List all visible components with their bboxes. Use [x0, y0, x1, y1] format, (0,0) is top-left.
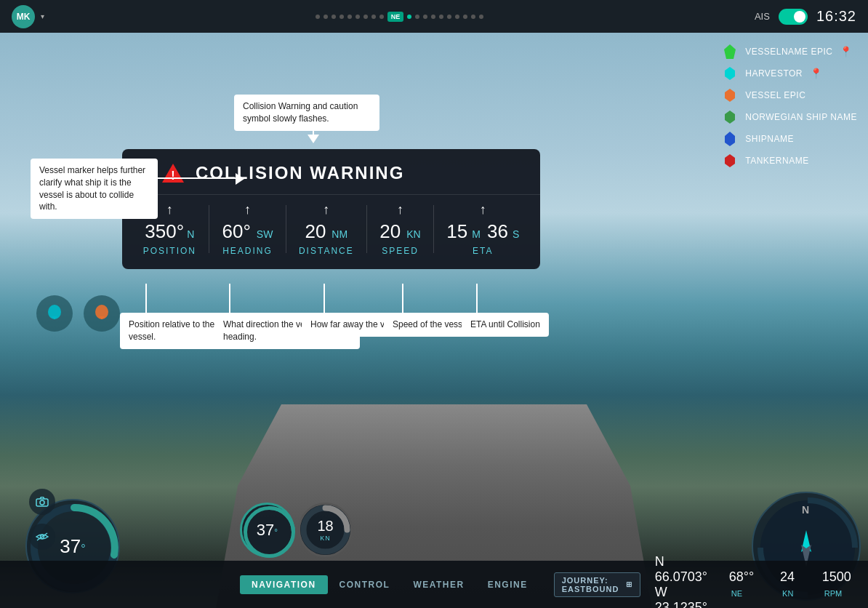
speed-value: 20 KN — [379, 220, 420, 243]
speed-data-unit: KN — [782, 589, 793, 598]
compass-heading-display: 37° — [60, 535, 85, 558]
dot-5 — [347, 15, 352, 19]
eta-annotation-line — [476, 284, 478, 313]
vessel-item-vessel-epic[interactable]: VESSEL EPIC — [722, 87, 857, 103]
stat-divider-3 — [366, 205, 367, 253]
speed-arrow-icon: ↑ — [397, 202, 403, 217]
tooltip-eta: ETA until Collision — [462, 313, 549, 337]
vessel-icon-green2 — [722, 109, 738, 125]
nav-dots: NE — [316, 12, 484, 22]
journey-expand-icon: ⊞ — [626, 580, 632, 588]
visibility-icon[interactable] — [29, 524, 55, 550]
camera-icon[interactable] — [29, 489, 55, 515]
bottom-navigation-bar: 37° NAVIGATION CONTROL WEATHER ENGINE JO… — [0, 561, 868, 608]
dot-8 — [371, 15, 376, 19]
gyro-value: 37 — [257, 521, 274, 539]
ne-badge: NE — [387, 12, 404, 22]
arrow-head-vessel-marker — [236, 173, 244, 185]
vessel-icon-blue — [722, 131, 738, 147]
eta-arrow-icon: ↑ — [480, 202, 486, 217]
svg-marker-1 — [725, 67, 735, 80]
heading-dir-value: NE — [731, 589, 742, 598]
svg-text:!: ! — [171, 169, 174, 182]
dot-12 — [423, 15, 427, 19]
distance-annotation-line — [324, 284, 325, 313]
collision-header: ! COLLISION WARNING — [122, 149, 540, 194]
ais-toggle[interactable] — [779, 9, 808, 25]
dropdown-arrow-icon[interactable]: ▾ — [41, 12, 44, 20]
collision-stats: ↑ 350°N POSITION ↑ 60° SW HEADING ↑ 20 N… — [122, 194, 540, 269]
pin-icon-1[interactable]: 📍 — [840, 46, 852, 57]
vessel-name-3: VESSEL EPIC — [745, 90, 805, 100]
heading-label: HEADING — [222, 246, 273, 256]
speed-data: 24 KN — [780, 569, 808, 600]
heading-value: 60° SW — [222, 220, 273, 243]
speed-annotation-line — [402, 284, 403, 313]
vessel-item-tankername[interactable]: TANKERNAME — [722, 153, 857, 169]
tooltip-vessel-marker: Vessel marker helps further clarify what… — [31, 159, 158, 219]
vessel-icon-green — [722, 44, 738, 60]
arrow-head-top — [308, 135, 319, 143]
nav-tab-group: NAVIGATION CONTROL WEATHER ENGINE JOURNE… — [0, 572, 640, 597]
gyro-compass: 37° — [240, 503, 294, 557]
dot-18 — [471, 15, 475, 19]
dot-13 — [431, 15, 435, 19]
heading-data-value: 68°° NE — [729, 569, 765, 600]
gyro-value-display: 37° — [257, 521, 278, 540]
heading-arrow-icon: ↑ — [244, 202, 251, 217]
tab-engine[interactable]: ENGINE — [476, 575, 539, 594]
stat-divider-1 — [209, 205, 209, 253]
vessel-name-1: VESSELNAME EPIC — [745, 47, 832, 57]
vessel-name-4: NORwEGiAN Ship NAME — [745, 112, 857, 122]
svg-point-15 — [40, 500, 44, 505]
side-icon-panel — [29, 489, 55, 550]
kn-speed-display: 18 KN — [298, 503, 353, 557]
stat-speed: ↑ 20 KN SPEED — [379, 202, 420, 256]
dot-11 — [415, 15, 419, 19]
vessel-icon-orange — [722, 87, 738, 103]
compass-heading-value: 37° — [60, 535, 85, 558]
dot-15 — [447, 15, 451, 19]
dot-6 — [355, 15, 360, 19]
vessel-item-vesselname-epic[interactable]: VESSELNAME EPIC 📍 — [722, 44, 857, 60]
vessel-name-5: SHIPNAME — [745, 134, 794, 144]
horizon-marker-1 — [36, 295, 73, 332]
heading-annotation-line — [229, 284, 230, 313]
avatar[interactable]: MK — [12, 5, 35, 28]
stat-divider-2 — [286, 205, 286, 253]
heading-unit: SW — [254, 228, 273, 240]
rpm-data-unit: RPM — [824, 589, 842, 598]
dot-7 — [363, 15, 368, 19]
clock-display: 16:32 — [816, 8, 856, 25]
journey-label: JOURNEY: EASTBOUND — [562, 576, 622, 593]
dot-19 — [479, 15, 483, 19]
heading-data: 68°° NE — [729, 569, 765, 600]
warning-triangle-icon: ! — [161, 162, 185, 184]
vessel-name-6: TANKERNAME — [745, 156, 808, 166]
collision-warning-panel: ! COLLISION WARNING ↑ 350°N POSITION ↑ 6… — [122, 149, 540, 269]
eta-value: 15M 36S — [446, 220, 519, 243]
vessel-item-norwegian[interactable]: NORwEGiAN Ship NAME — [722, 109, 857, 125]
speed-unit: KN — [403, 228, 420, 240]
tab-weather[interactable]: WEATHER — [401, 575, 475, 594]
distance-arrow-icon: ↑ — [323, 202, 329, 217]
eta-label: ETA — [473, 246, 493, 256]
journey-badge[interactable]: JOURNEY: EASTBOUND ⊞ — [554, 572, 640, 597]
tab-navigation[interactable]: NAVIGATION — [240, 575, 328, 594]
collision-title: COLLISION WARNING — [196, 163, 404, 183]
ais-vessel-list: VESSELNAME EPIC 📍 HARVESTOR 📍 VESSEL EPI… — [722, 44, 857, 169]
header-right: AIS 16:32 — [755, 8, 856, 25]
dot-17 — [463, 15, 467, 19]
arrow-line-vessel-marker — [156, 177, 240, 179]
vessel-item-harvestor[interactable]: HARVESTOR 📍 — [722, 65, 857, 81]
pin-icon-2[interactable]: 📍 — [810, 68, 822, 79]
position-n-value: N 66.0703° — [655, 554, 715, 585]
tab-control[interactable]: CONTROL — [328, 575, 402, 594]
speed-label: SPEED — [382, 246, 419, 256]
ais-label: AIS — [755, 11, 770, 22]
horizon-vessel-markers — [36, 295, 120, 332]
vessel-item-shipname[interactable]: SHIPNAME — [722, 131, 857, 147]
header-center-dots: NE — [316, 12, 484, 22]
eta-unit-s: S — [513, 228, 519, 240]
position-annotation-line — [145, 284, 147, 313]
